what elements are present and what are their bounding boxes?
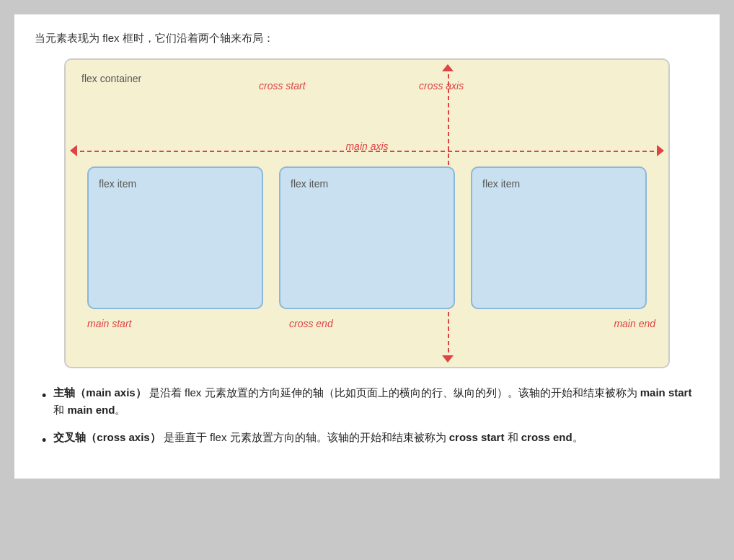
arrow-cross-down	[442, 355, 454, 363]
label-main-end: main end	[614, 318, 655, 329]
flex-items-row: flex item flex item flex item	[87, 166, 647, 309]
arrow-main-right	[657, 145, 664, 156]
flex-item-label-2: flex item	[291, 178, 328, 190]
bullet-list: • 主轴（main axis） 是沿着 flex 元素放置的方向延伸的轴（比如页…	[35, 384, 699, 451]
bullet-text-2: 交叉轴（cross axis） 是垂直于 flex 元素放置方向的轴。该轴的开始…	[53, 429, 583, 446]
bullet-text-1: 主轴（main axis） 是沿着 flex 元素放置的方向延伸的轴（比如页面上…	[53, 384, 699, 419]
flex-item-label-3: flex item	[482, 178, 520, 190]
bullet-item-cross-axis: • 交叉轴（cross axis） 是垂直于 flex 元素放置方向的轴。该轴的…	[42, 429, 699, 451]
label-main-start: main start	[87, 318, 131, 329]
flex-item-3: flex item	[471, 166, 647, 309]
bullet-dot-2: •	[42, 430, 46, 451]
flex-diagram: flex container cross start cross axis ma…	[64, 58, 670, 368]
label-cross-end: cross end	[289, 318, 333, 329]
bullet-item-main-axis: • 主轴（main axis） 是沿着 flex 元素放置的方向延伸的轴（比如页…	[42, 384, 699, 419]
flex-item-label-1: flex item	[99, 178, 136, 190]
label-cross-start: cross start	[259, 80, 306, 92]
label-cross-axis: cross axis	[419, 80, 464, 92]
flex-item-1: flex item	[87, 166, 263, 309]
line-main-axis	[73, 151, 661, 152]
page-content: 当元素表现为 flex 框时，它们沿着两个轴来布局： flex containe…	[14, 14, 720, 479]
bullet-dot-1: •	[42, 386, 46, 406]
diagram-wrapper: flex container cross start cross axis ma…	[35, 58, 699, 368]
label-flex-container: flex container	[81, 73, 141, 84]
flex-item-2: flex item	[279, 166, 455, 309]
intro-text: 当元素表现为 flex 框时，它们沿着两个轴来布局：	[35, 32, 699, 45]
